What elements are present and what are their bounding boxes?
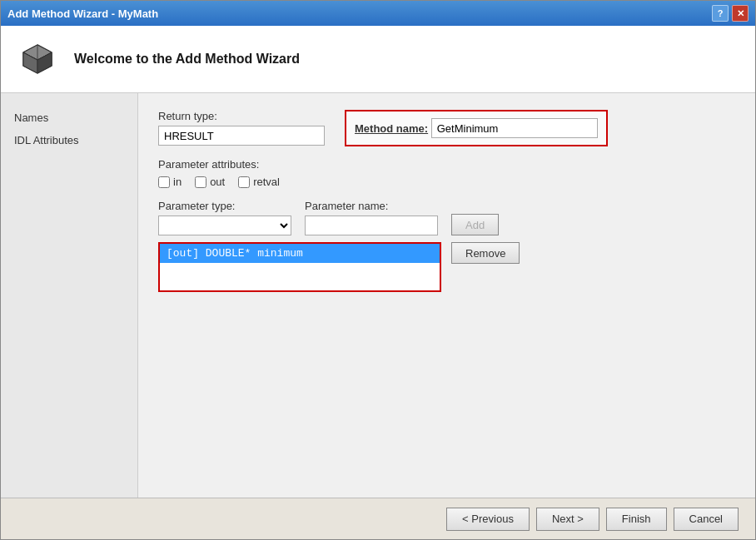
checkbox-retval-label: retval: [253, 176, 280, 188]
checkboxes-row: in out retval: [158, 176, 735, 188]
content-area: Welcome to the Add Method Wizard Names I…: [1, 26, 755, 498]
previous-button[interactable]: < Previous: [446, 508, 530, 531]
close-button[interactable]: ✕: [732, 5, 749, 22]
param-type-dropdown[interactable]: [158, 216, 291, 235]
param-name-group: Parameter name:: [305, 200, 438, 235]
wizard-window: Add Method Wizard - MyMath ? ✕ We: [0, 0, 756, 540]
checkbox-out-input[interactable]: [195, 176, 206, 188]
checkbox-out-label: out: [210, 176, 225, 188]
return-type-input[interactable]: [158, 126, 325, 146]
remove-btn-group: Remove: [451, 242, 520, 264]
checkbox-retval[interactable]: retval: [238, 176, 280, 188]
sidebar-item-idl-attributes[interactable]: IDL Attributes: [1, 129, 137, 151]
param-type-name-row: Parameter type: Parameter name: Add: [158, 200, 735, 235]
cancel-button[interactable]: Cancel: [674, 508, 739, 531]
sidebar: Names IDL Attributes: [1, 93, 138, 498]
return-type-label: Return type:: [158, 110, 325, 122]
checkbox-in[interactable]: in: [158, 176, 182, 188]
params-list-container: [out] DOUBLE* minimum: [158, 242, 441, 292]
form-row-1: Return type: Method name:: [158, 110, 735, 146]
cube-svg: [20, 42, 55, 77]
add-button[interactable]: Add: [451, 214, 499, 235]
remove-button[interactable]: Remove: [451, 242, 520, 264]
param-name-input[interactable]: [305, 216, 438, 235]
window-title: Add Method Wizard - MyMath: [7, 7, 158, 20]
title-bar: Add Method Wizard - MyMath ? ✕: [1, 1, 755, 26]
help-button[interactable]: ?: [712, 5, 729, 22]
checkbox-retval-input[interactable]: [238, 176, 250, 188]
param-name-label: Parameter name:: [305, 200, 438, 212]
main-body: Names IDL Attributes Return type: Method…: [1, 93, 755, 498]
title-bar-buttons: ? ✕: [712, 5, 749, 22]
checkbox-in-label: in: [173, 176, 182, 188]
wizard-title: Welcome to the Add Method Wizard: [74, 52, 300, 67]
finish-button[interactable]: Finish: [606, 508, 667, 531]
checkbox-in-input[interactable]: [158, 176, 170, 188]
params-list-section: [out] DOUBLE* minimum Remove: [158, 242, 735, 292]
params-list-item[interactable]: [out] DOUBLE* minimum: [160, 244, 440, 263]
form-area: Return type: Method name: Parameter attr…: [138, 93, 755, 498]
header-banner: Welcome to the Add Method Wizard: [1, 26, 755, 93]
param-type-group: Parameter type:: [158, 200, 291, 235]
param-attributes-section: Parameter attributes: in out retval: [158, 158, 735, 188]
method-name-label: Method name:: [355, 122, 428, 135]
method-name-highlighted-group: Method name:: [345, 110, 608, 146]
wizard-icon: [17, 39, 57, 79]
param-type-label: Parameter type:: [158, 200, 291, 212]
next-button[interactable]: Next >: [536, 508, 599, 531]
method-name-input[interactable]: [431, 118, 598, 138]
footer-bar: < Previous Next > Finish Cancel: [1, 498, 755, 539]
sidebar-item-names[interactable]: Names: [1, 107, 137, 129]
return-type-group: Return type:: [158, 110, 325, 146]
param-attributes-label: Parameter attributes:: [158, 158, 735, 171]
checkbox-out[interactable]: out: [195, 176, 225, 188]
